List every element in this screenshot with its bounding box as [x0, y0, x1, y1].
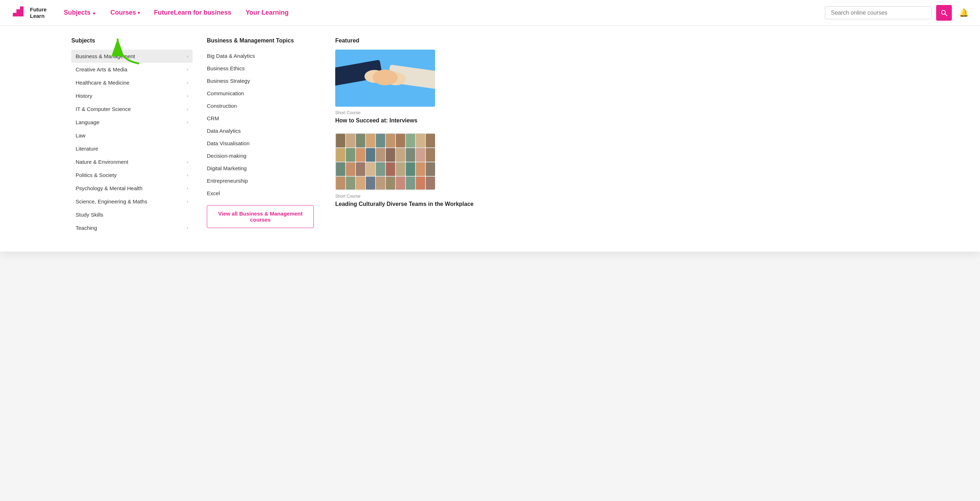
nav-futurelearn-business[interactable]: FutureLearn for business — [154, 9, 231, 16]
svg-rect-0 — [13, 13, 16, 16]
svg-line-4 — [945, 14, 947, 16]
logo[interactable]: Future Learn — [11, 5, 47, 21]
nav-courses[interactable]: Courses ▾ — [111, 9, 140, 16]
search-icon — [940, 9, 948, 16]
svg-rect-2 — [20, 6, 24, 16]
subjects-chevron-icon: ▲ — [92, 10, 96, 15]
header: Future Learn Subjects ▲ Courses ▾ Future… — [0, 0, 980, 26]
search-input[interactable] — [825, 6, 932, 19]
bell-icon[interactable]: 🔔 — [959, 8, 969, 18]
nav-subjects[interactable]: Subjects ▲ — [64, 9, 96, 16]
search-area: 🔔 — [825, 5, 969, 21]
search-button[interactable] — [936, 5, 952, 21]
nav-your-learning[interactable]: Your Learning — [246, 9, 289, 16]
courses-chevron-icon: ▾ — [138, 10, 140, 15]
logo-text: Future Learn — [30, 6, 47, 19]
svg-rect-1 — [16, 9, 20, 16]
logo-icon — [11, 5, 27, 21]
main-nav: Subjects ▲ Courses ▾ FutureLearn for bus… — [64, 9, 825, 16]
